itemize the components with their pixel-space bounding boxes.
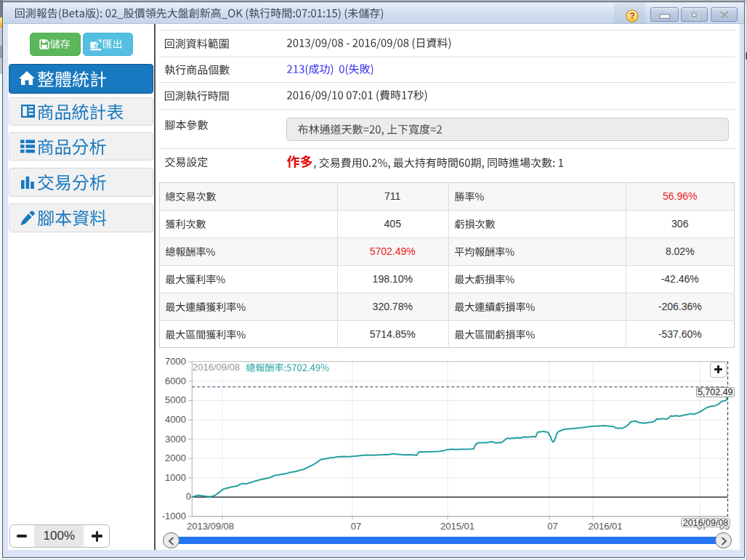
svg-text:?: ? — [629, 11, 635, 21]
